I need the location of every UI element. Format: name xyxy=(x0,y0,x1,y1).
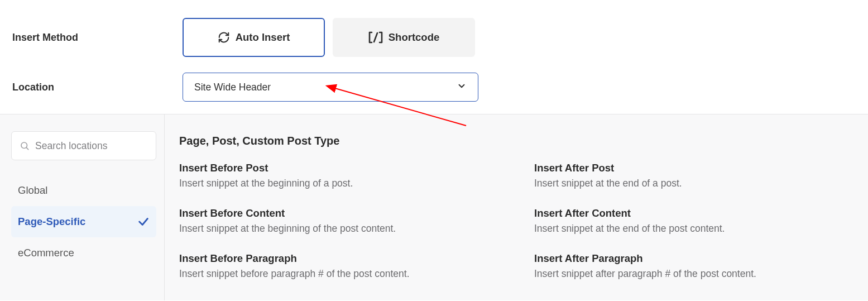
location-dropdown-panel: Global Page-Specific eCommerce Page, Pos… xyxy=(0,114,868,300)
shortcode-button[interactable]: Shortcode xyxy=(333,18,475,57)
option-desc: Insert snippet at the end of the post co… xyxy=(534,223,851,235)
option-title: Insert Before Post xyxy=(179,162,534,174)
svg-line-3 xyxy=(26,147,28,149)
search-locations-input[interactable] xyxy=(35,140,148,152)
option-title: Insert After Paragraph xyxy=(534,252,851,265)
option-title: Insert After Content xyxy=(534,207,851,219)
options-group-title: Page, Post, Custom Post Type xyxy=(179,135,851,147)
sidebar-item-label: Global xyxy=(18,184,47,197)
option-insert-after-paragraph[interactable]: Insert After Paragraph Insert snippet af… xyxy=(534,252,851,280)
sidebar-item-page-specific[interactable]: Page-Specific xyxy=(11,206,156,237)
location-label: Location xyxy=(12,82,183,93)
option-title: Insert Before Paragraph xyxy=(179,252,534,265)
option-desc: Insert snippet at the beginning of a pos… xyxy=(179,178,534,189)
option-insert-after-post[interactable]: Insert After Post Insert snippet at the … xyxy=(534,162,851,189)
auto-insert-label: Auto Insert xyxy=(236,31,290,44)
insert-method-label: Insert Method xyxy=(12,32,183,44)
option-insert-before-paragraph[interactable]: Insert Before Paragraph Insert snippet b… xyxy=(179,252,534,280)
auto-insert-button[interactable]: Auto Insert xyxy=(183,18,325,57)
option-insert-before-content[interactable]: Insert Before Content Insert snippet at … xyxy=(179,207,534,235)
sidebar-item-global[interactable]: Global xyxy=(11,175,156,206)
option-insert-before-post[interactable]: Insert Before Post Insert snippet at the… xyxy=(179,162,534,189)
sidebar-item-ecommerce[interactable]: eCommerce xyxy=(11,237,156,269)
option-desc: Insert snippet after paragraph # of the … xyxy=(534,268,851,280)
option-desc: Insert snippet before paragraph # of the… xyxy=(179,268,534,280)
option-insert-after-content[interactable]: Insert After Content Insert snippet at t… xyxy=(534,207,851,235)
sidebar-item-label: Page-Specific xyxy=(18,216,85,228)
option-title: Insert After Post xyxy=(534,162,851,174)
check-icon xyxy=(137,216,150,228)
search-icon xyxy=(20,141,30,151)
option-desc: Insert snippet at the beginning of the p… xyxy=(179,223,534,235)
location-select-value: Site Wide Header xyxy=(194,82,271,93)
chevron-down-icon xyxy=(457,81,467,94)
option-desc: Insert snippet at the end of a post. xyxy=(534,178,851,189)
location-select[interactable]: Site Wide Header xyxy=(183,73,478,102)
refresh-icon xyxy=(218,31,230,44)
shortcode-icon xyxy=(368,31,383,44)
search-locations-container xyxy=(11,131,156,160)
sidebar-item-label: eCommerce xyxy=(18,247,74,259)
option-title: Insert Before Content xyxy=(179,207,534,219)
shortcode-label: Shortcode xyxy=(389,31,439,44)
